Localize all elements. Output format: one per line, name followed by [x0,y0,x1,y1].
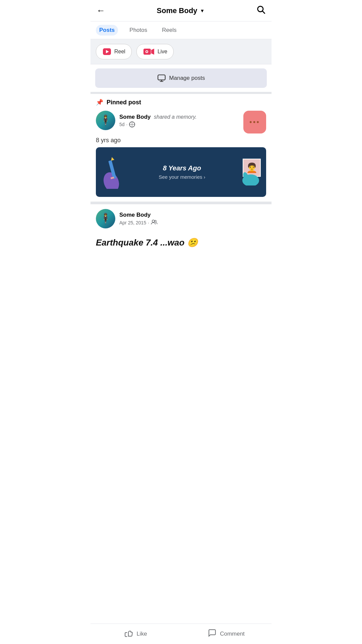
header-title-container: Some Body ▼ [157,6,205,15]
post-time: 5d · [119,121,197,127]
header: ← Some Body ▼ [90,0,272,21]
back-button[interactable]: ← [97,5,105,16]
pinned-section-title: Pinned post [107,99,141,106]
post-author-line: Some Body shared a memory. [119,114,197,120]
tab-reels[interactable]: Reels [159,25,180,36]
memory-years-text: 8 Years Ago [128,164,236,172]
years-ago-label: 8 yrs ago [96,137,266,144]
live-icon [143,47,155,56]
second-post-date: Apr 25, 2015 [119,220,146,225]
second-post-time: Apr 25, 2015 · [119,219,158,226]
pin-icon: 📌 [96,99,103,106]
time-ago: 5d [119,122,125,127]
shared-memory-text: shared a memory. [154,114,197,120]
pinned-post-card: 🕴️ Some Body shared a memory. 5d · ••• [96,111,266,137]
teal-hand-svg [241,172,261,185]
live-label: Live [158,49,167,55]
svg-point-11 [101,170,122,189]
second-post-meta: Some Body Apr 25, 2015 · [119,212,158,226]
globe-icon [129,121,135,127]
tab-posts[interactable]: Posts [96,25,118,36]
friends-icon [151,219,158,226]
pinned-post-section: 📌 Pinned post 🕴️ Some Body shared a memo… [90,94,272,197]
reel-icon [102,47,112,56]
second-post-avatar: 🕴️ [96,209,115,228]
more-options-button[interactable]: ••• [243,111,266,133]
memory-right-art: 🧑‍🦱 [239,159,261,185]
separator-dot: · [126,122,128,127]
second-separator: · [148,220,149,225]
avatar: 🕴️ [96,111,115,130]
svg-point-6 [146,51,147,52]
search-button[interactable] [256,5,265,16]
reel-label: Reel [114,49,125,55]
dropdown-arrow-icon[interactable]: ▼ [200,8,205,13]
profile-name: Some Body [157,6,197,15]
hand-pencil-svg [101,155,125,189]
manage-posts-label: Manage posts [169,75,205,82]
post-body-text: Earthquake 7.4 ...wao 😕 [96,236,266,249]
pinned-post-header: 📌 Pinned post [96,99,266,106]
post-meta: Some Body shared a memory. 5d · [119,114,197,127]
svg-rect-8 [158,75,165,80]
tabs-bar: Posts Photos Reels [90,21,272,39]
post-author-name: Some Body [119,114,151,120]
svg-marker-13 [110,157,114,161]
second-post-user-info: 🕴️ Some Body Apr 25, 2015 · [96,209,158,228]
see-memories-text: See your memories [159,174,202,180]
second-post-header: 🕴️ Some Body Apr 25, 2015 · [96,209,266,232]
memory-banner[interactable]: 8 Years Ago See your memories › 🧑‍🦱 [96,147,266,197]
tab-photos[interactable]: Photos [126,25,150,36]
action-buttons-row: Reel Live [90,39,272,64]
svg-marker-7 [151,49,154,55]
see-memories-link[interactable]: See your memories › [128,174,236,180]
more-dots-icon: ••• [249,118,260,126]
memory-center: 8 Years Ago See your memories › [125,164,239,180]
svg-line-1 [262,11,264,13]
memory-chevron-icon: › [204,174,205,180]
second-post-author: Some Body [119,212,158,218]
memory-left-art [101,155,125,189]
manage-posts-button[interactable]: Manage posts [95,68,267,88]
live-button[interactable]: Live [136,44,174,59]
reel-button[interactable]: Reel [96,44,132,59]
manage-posts-icon [157,74,166,83]
svg-point-17 [152,220,155,222]
manage-posts-section: Manage posts [90,64,272,94]
second-post-section: 🕴️ Some Body Apr 25, 2015 · [90,202,272,253]
post-user-info: 🕴️ Some Body shared a memory. 5d · [96,111,197,130]
